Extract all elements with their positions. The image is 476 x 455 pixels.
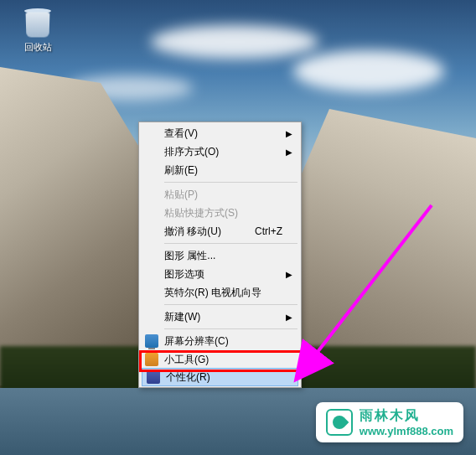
menu-separator [164, 243, 298, 244]
monitor-icon [145, 334, 158, 348]
menu-label: 查看(V) [164, 127, 282, 141]
menu-label: 粘贴快捷方式(S) [164, 206, 282, 220]
menu-item-screen-resolution[interactable]: 屏幕分辨率(C) [141, 332, 299, 350]
menu-label: 新建(W) [164, 310, 282, 324]
watermark-logo-icon [326, 409, 353, 436]
submenu-arrow-icon: ▶ [286, 270, 292, 279]
menu-label: 撤消 移动(U) [164, 225, 238, 239]
menu-separator [164, 304, 298, 305]
submenu-arrow-icon: ▶ [286, 147, 292, 157]
menu-item-new[interactable]: 新建(W) ▶ [141, 308, 299, 326]
cloud-decoration [151, 25, 318, 59]
menu-item-graphics-options[interactable]: 图形选项 ▶ [141, 265, 299, 283]
menu-item-graphics-properties[interactable]: 图形 属性... [141, 246, 299, 265]
menu-item-gadgets[interactable]: 小工具(G) [141, 350, 299, 369]
menu-item-paste-shortcut: 粘贴快捷方式(S) [141, 204, 299, 222]
menu-separator [164, 182, 298, 183]
menu-label: 图形 属性... [164, 249, 282, 263]
menu-label: 排序方式(O) [164, 145, 282, 159]
menu-label: 粘贴(P) [164, 188, 282, 202]
menu-item-paste: 粘贴(P) [141, 185, 299, 204]
menu-label: 屏幕分辨率(C) [164, 334, 282, 349]
menu-item-intel-tv[interactable]: 英特尔(R) 电视机向导 [141, 283, 299, 302]
gadget-icon [145, 353, 158, 366]
menu-item-refresh[interactable]: 刷新(E) [141, 161, 299, 179]
watermark: 雨林木风 www.ylmf888.com [316, 402, 463, 442]
menu-label: 小工具(G) [164, 353, 282, 367]
menu-item-undo-move[interactable]: 撤消 移动(U) Ctrl+Z [141, 222, 299, 240]
menu-item-view[interactable]: 查看(V) ▶ [141, 124, 299, 142]
desktop-context-menu: 查看(V) ▶ 排序方式(O) ▶ 刷新(E) 粘贴(P) 粘贴快捷方式(S) … [138, 122, 302, 388]
menu-label: 英特尔(R) 电视机向导 [164, 286, 282, 300]
menu-shortcut-text: Ctrl+Z [238, 225, 282, 237]
submenu-arrow-icon: ▶ [286, 313, 292, 322]
recycle-bin-icon[interactable]: 回收站 [17, 4, 59, 54]
menu-label: 个性化(R) [166, 370, 281, 385]
watermark-url: www.ylmf888.com [360, 425, 453, 437]
menu-label: 图形选项 [164, 267, 282, 282]
menu-item-personalize[interactable]: 个性化(R) [142, 368, 298, 386]
menu-item-sort-by[interactable]: 排序方式(O) ▶ [141, 142, 299, 161]
personalize-icon [147, 370, 160, 384]
recycle-bin-graphic [23, 4, 53, 38]
recycle-bin-label: 回收站 [24, 41, 52, 54]
menu-label: 刷新(E) [164, 163, 282, 178]
cloud-decoration [293, 50, 444, 92]
watermark-title: 雨林木风 [360, 407, 453, 425]
submenu-arrow-icon: ▶ [286, 129, 292, 138]
menu-separator [164, 328, 298, 329]
